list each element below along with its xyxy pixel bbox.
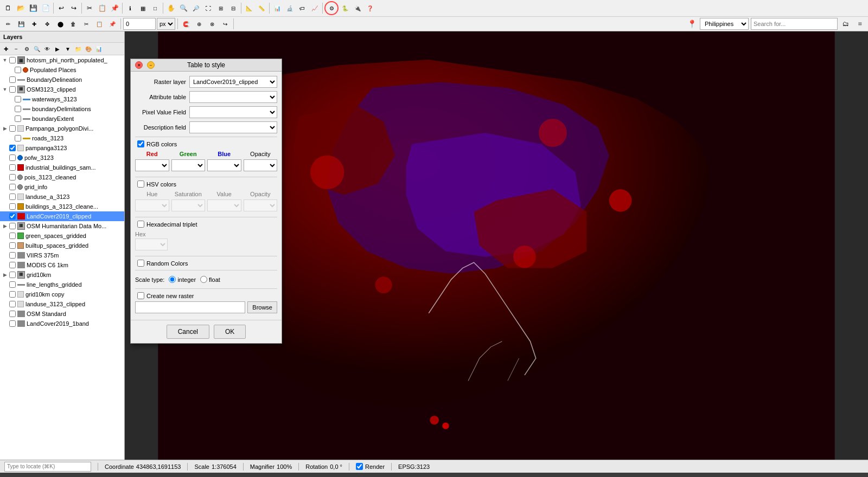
hsv-hue-select[interactable] [135,199,169,211]
scale-integer-radio[interactable] [169,276,176,283]
layer-checkbox[interactable] [9,233,16,239]
hex-select[interactable] [135,238,168,250]
filter-layer-btn[interactable]: 🔍 [32,44,42,54]
rgb-red-select[interactable] [135,159,169,171]
new-project-btn[interactable]: 🗒 [2,2,14,14]
layer-item[interactable]: LandCover2019_1band [0,319,124,328]
hex-triplet-checkbox[interactable] [137,221,144,228]
map-area[interactable]: ✕ − Table to style Raster layer LandCove… [125,31,868,460]
enable-snapping-btn[interactable]: ⊕ [193,18,205,30]
delete-selected-btn[interactable]: 🗑 [67,18,79,30]
layer-checkbox[interactable] [9,164,16,171]
save-as-btn[interactable]: 📄 [40,2,52,14]
layer-checkbox[interactable] [15,67,21,73]
layer-checkbox[interactable] [9,174,16,181]
layer-item[interactable]: grid10km copy [0,289,124,299]
location-dropdown[interactable]: Philippines [700,18,749,30]
pan-btn[interactable]: ✋ [165,2,177,14]
zoom-out-btn[interactable]: 🔎 [190,2,202,14]
layer-item[interactable]: pois_3123_cleaned [0,172,124,182]
render-checkbox[interactable] [356,463,363,470]
layer-checkbox[interactable] [9,281,16,288]
open-field-calc-btn[interactable]: ⌗ [854,18,866,30]
add-feature-btn[interactable]: ✚ [28,18,40,30]
layer-item[interactable]: pampanga3123 [0,143,124,153]
layer-item[interactable]: green_spaces_gridded [0,231,124,241]
select-btn[interactable]: ▦ [137,2,149,14]
python-btn[interactable]: 🐍 [339,2,351,14]
zoom-in-btn[interactable]: 🔍 [177,2,189,14]
hsv-opacity-select[interactable] [244,199,278,211]
layer-checkbox[interactable] [9,184,16,190]
label-btn[interactable]: 🏷 [296,2,308,14]
open-layer-prop-btn[interactable]: ⚙ [22,44,31,54]
layer-checkbox[interactable] [15,115,21,122]
layer-item[interactable]: VIIRS 375m [0,250,124,260]
zoom-full-btn[interactable]: ⛶ [202,2,214,14]
save-edits-btn[interactable]: 💾 [15,18,27,30]
toggle-editing-btn[interactable]: ✏ [2,18,14,30]
expand-all-btn[interactable]: ▶ [53,44,62,54]
copy-btn[interactable]: 📋 [96,2,108,14]
statistics-btn[interactable]: 📈 [309,2,321,14]
layer-checkbox[interactable] [9,252,16,259]
layer-checkbox[interactable] [9,145,16,151]
open-project-btn[interactable]: 📂 [15,2,27,14]
advanced-digitize-btn[interactable]: ⊗ [206,18,218,30]
zoom-selection-btn[interactable]: ⊟ [227,2,239,14]
layer-item-selected[interactable]: LandCover2019_clipped [0,211,124,221]
layer-checkbox[interactable] [9,57,16,63]
browse-button[interactable]: Browse [247,301,277,313]
layer-item[interactable]: boundaryExtent [0,114,124,124]
locate-input[interactable] [4,462,91,472]
scale-float-option[interactable]: float [200,276,220,283]
measure-area-btn[interactable]: 📏 [256,2,267,14]
scale-integer-option[interactable]: integer [169,276,196,283]
move-feature-btn[interactable]: ✥ [41,18,53,30]
layer-checkbox[interactable] [15,135,21,141]
layer-item[interactable]: roads_3123 [0,133,124,143]
layer-item[interactable]: waterways_3123 [0,94,124,104]
ok-button[interactable]: OK [214,325,246,339]
remove-layer-btn[interactable]: − [11,44,21,54]
layer-checkbox[interactable] [9,272,16,278]
layer-item[interactable]: line_lengths_gridded [0,280,124,289]
add-group-btn[interactable]: 📁 [73,44,83,54]
deselect-btn[interactable]: □ [149,2,161,14]
layer-checkbox[interactable] [9,291,16,298]
layer-checkbox[interactable] [15,106,21,112]
processing-highlighted-btn[interactable]: ⚙ [324,1,339,15]
layer-item[interactable]: ▶ ▦ grid10km [0,270,124,280]
add-layer-btn[interactable]: ✚ [1,44,11,54]
layer-item[interactable]: ▶ ▦ OSM Humanitarian Data Mo... [0,221,124,231]
paste-btn[interactable]: 📌 [108,2,120,14]
dialog-close-btn[interactable]: ✕ [135,61,143,69]
layer-item[interactable]: BoundaryDelineation [0,75,124,85]
open-table-btn[interactable]: 📊 [271,2,283,14]
layer-checkbox[interactable] [9,203,16,210]
layer-item[interactable]: pofw_3123 [0,153,124,163]
redo-btn[interactable]: ↪ [68,2,80,14]
cancel-button[interactable]: Cancel [167,325,209,339]
save-btn[interactable]: 💾 [27,2,39,14]
manage-layer-styles-btn[interactable]: 🎨 [84,44,93,54]
layer-checkbox[interactable] [9,125,16,132]
layer-checkbox[interactable] [15,96,21,102]
geo-locate-btn[interactable]: 📍 [686,18,698,30]
layer-checkbox[interactable] [9,194,16,200]
layer-checkbox[interactable] [9,213,16,220]
layer-checkbox[interactable] [9,154,16,161]
identify-btn[interactable]: ℹ [124,2,136,14]
cut-btn[interactable]: ✂ [84,2,95,14]
layer-item[interactable]: builtup_spaces_gridded [0,241,124,250]
toggle-all-layers-btn[interactable]: 👁 [42,44,52,54]
zoom-layer-btn[interactable]: ⊞ [215,2,227,14]
hsv-value-select[interactable] [207,199,241,211]
copy-features-btn[interactable]: 📋 [93,18,105,30]
help-btn[interactable]: ❓ [364,2,376,14]
layer-item[interactable]: landuse_a_3123 [0,192,124,202]
raster-layer-select[interactable]: LandCover2019_clipped [189,76,277,88]
layer-checkbox[interactable] [9,262,16,268]
layer-checkbox[interactable] [9,223,16,229]
trace-btn[interactable]: ↪ [219,18,231,30]
